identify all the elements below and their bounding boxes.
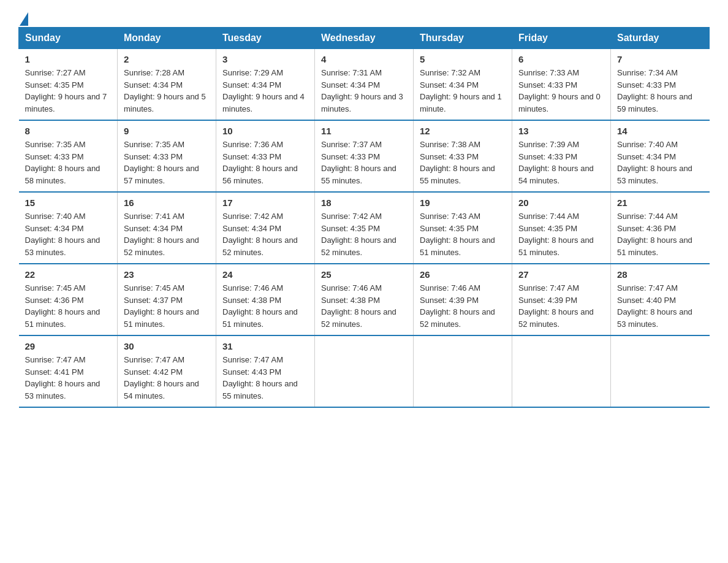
calendar-cell: 28 Sunrise: 7:47 AMSunset: 4:40 PMDaylig… <box>611 264 710 335</box>
day-number: 21 <box>617 197 703 208</box>
calendar-cell: 5 Sunrise: 7:32 AMSunset: 4:34 PMDayligh… <box>414 49 512 121</box>
calendar-cell: 2 Sunrise: 7:28 AMSunset: 4:34 PMDayligh… <box>118 49 216 121</box>
day-number: 23 <box>124 269 210 280</box>
day-info: Sunrise: 7:40 AMSunset: 4:34 PMDaylight:… <box>617 139 703 186</box>
calendar-cell: 21 Sunrise: 7:44 AMSunset: 4:36 PMDaylig… <box>611 192 710 264</box>
day-number: 5 <box>420 54 506 64</box>
day-info: Sunrise: 7:47 AMSunset: 4:41 PMDaylight:… <box>25 354 112 402</box>
calendar-cell: 14 Sunrise: 7:40 AMSunset: 4:34 PMDaylig… <box>611 120 710 192</box>
weekday-header-friday: Friday <box>512 28 611 49</box>
day-info: Sunrise: 7:27 AMSunset: 4:35 PMDaylight:… <box>25 67 112 115</box>
logo-triangle-icon <box>20 12 28 26</box>
calendar-cell: 7 Sunrise: 7:34 AMSunset: 4:33 PMDayligh… <box>611 49 710 121</box>
day-info: Sunrise: 7:46 AMSunset: 4:39 PMDaylight:… <box>420 282 506 330</box>
day-info: Sunrise: 7:45 AMSunset: 4:36 PMDaylight:… <box>25 282 112 330</box>
day-number: 29 <box>25 341 112 351</box>
calendar-cell: 6 Sunrise: 7:33 AMSunset: 4:33 PMDayligh… <box>512 49 611 121</box>
calendar-cell: 25 Sunrise: 7:46 AMSunset: 4:38 PMDaylig… <box>315 264 414 335</box>
weekday-header-saturday: Saturday <box>611 28 710 49</box>
day-number: 19 <box>420 197 506 208</box>
logo <box>18 12 29 21</box>
day-info: Sunrise: 7:35 AMSunset: 4:33 PMDaylight:… <box>124 139 210 186</box>
day-number: 30 <box>124 341 210 351</box>
day-number: 27 <box>518 269 604 280</box>
day-number: 18 <box>321 197 407 208</box>
calendar-week-row: 15 Sunrise: 7:40 AMSunset: 4:34 PMDaylig… <box>19 192 710 264</box>
day-info: Sunrise: 7:31 AMSunset: 4:34 PMDaylight:… <box>321 67 407 115</box>
day-number: 25 <box>321 269 407 280</box>
day-info: Sunrise: 7:35 AMSunset: 4:33 PMDaylight:… <box>25 139 112 186</box>
calendar-cell: 18 Sunrise: 7:42 AMSunset: 4:35 PMDaylig… <box>315 192 414 264</box>
day-number: 15 <box>25 197 112 208</box>
day-number: 12 <box>420 126 506 136</box>
day-info: Sunrise: 7:37 AMSunset: 4:33 PMDaylight:… <box>321 139 407 186</box>
day-number: 3 <box>222 54 308 64</box>
calendar-cell: 19 Sunrise: 7:43 AMSunset: 4:35 PMDaylig… <box>414 192 512 264</box>
day-number: 26 <box>420 269 506 280</box>
day-info: Sunrise: 7:32 AMSunset: 4:34 PMDaylight:… <box>420 67 506 115</box>
calendar-cell: 23 Sunrise: 7:45 AMSunset: 4:37 PMDaylig… <box>118 264 216 335</box>
calendar-cell: 8 Sunrise: 7:35 AMSunset: 4:33 PMDayligh… <box>19 120 118 192</box>
weekday-header-wednesday: Wednesday <box>315 28 414 49</box>
calendar-cell <box>414 335 512 407</box>
calendar-cell: 22 Sunrise: 7:45 AMSunset: 4:36 PMDaylig… <box>19 264 118 335</box>
day-number: 17 <box>222 197 308 208</box>
day-info: Sunrise: 7:44 AMSunset: 4:36 PMDaylight:… <box>617 210 703 258</box>
day-number: 6 <box>518 54 604 64</box>
calendar-cell <box>512 335 611 407</box>
day-number: 14 <box>617 126 703 136</box>
day-number: 9 <box>124 126 210 136</box>
calendar-cell: 3 Sunrise: 7:29 AMSunset: 4:34 PMDayligh… <box>216 49 315 121</box>
calendar-week-row: 22 Sunrise: 7:45 AMSunset: 4:36 PMDaylig… <box>19 264 710 335</box>
day-info: Sunrise: 7:46 AMSunset: 4:38 PMDaylight:… <box>222 282 308 330</box>
day-info: Sunrise: 7:47 AMSunset: 4:42 PMDaylight:… <box>124 354 210 402</box>
calendar-cell: 26 Sunrise: 7:46 AMSunset: 4:39 PMDaylig… <box>414 264 512 335</box>
day-info: Sunrise: 7:42 AMSunset: 4:34 PMDaylight:… <box>222 210 308 258</box>
calendar-cell: 1 Sunrise: 7:27 AMSunset: 4:35 PMDayligh… <box>19 49 118 121</box>
day-info: Sunrise: 7:34 AMSunset: 4:33 PMDaylight:… <box>617 67 703 115</box>
day-info: Sunrise: 7:41 AMSunset: 4:34 PMDaylight:… <box>124 210 210 258</box>
day-number: 13 <box>518 126 604 136</box>
day-number: 11 <box>321 126 407 136</box>
day-number: 4 <box>321 54 407 64</box>
day-info: Sunrise: 7:47 AMSunset: 4:39 PMDaylight:… <box>518 282 604 330</box>
day-number: 22 <box>25 269 112 280</box>
day-info: Sunrise: 7:33 AMSunset: 4:33 PMDaylight:… <box>518 67 604 115</box>
day-number: 28 <box>617 269 703 280</box>
calendar-header-row: SundayMondayTuesdayWednesdayThursdayFrid… <box>19 28 710 49</box>
calendar-cell <box>315 335 414 407</box>
calendar-cell: 12 Sunrise: 7:38 AMSunset: 4:33 PMDaylig… <box>414 120 512 192</box>
day-number: 24 <box>222 269 308 280</box>
calendar-cell <box>611 335 710 407</box>
calendar-cell: 9 Sunrise: 7:35 AMSunset: 4:33 PMDayligh… <box>118 120 216 192</box>
day-number: 8 <box>25 126 112 136</box>
calendar-cell: 4 Sunrise: 7:31 AMSunset: 4:34 PMDayligh… <box>315 49 414 121</box>
calendar-cell: 20 Sunrise: 7:44 AMSunset: 4:35 PMDaylig… <box>512 192 611 264</box>
day-info: Sunrise: 7:47 AMSunset: 4:40 PMDaylight:… <box>617 282 703 330</box>
day-info: Sunrise: 7:38 AMSunset: 4:33 PMDaylight:… <box>420 139 506 186</box>
weekday-header-sunday: Sunday <box>19 28 118 49</box>
day-info: Sunrise: 7:42 AMSunset: 4:35 PMDaylight:… <box>321 210 407 258</box>
day-number: 16 <box>124 197 210 208</box>
calendar-cell: 11 Sunrise: 7:37 AMSunset: 4:33 PMDaylig… <box>315 120 414 192</box>
day-info: Sunrise: 7:39 AMSunset: 4:33 PMDaylight:… <box>518 139 604 186</box>
day-info: Sunrise: 7:47 AMSunset: 4:43 PMDaylight:… <box>222 354 308 402</box>
logo-text <box>18 12 29 26</box>
calendar-week-row: 1 Sunrise: 7:27 AMSunset: 4:35 PMDayligh… <box>19 49 710 121</box>
day-info: Sunrise: 7:45 AMSunset: 4:37 PMDaylight:… <box>124 282 210 330</box>
calendar-cell: 29 Sunrise: 7:47 AMSunset: 4:41 PMDaylig… <box>19 335 118 407</box>
day-number: 2 <box>124 54 210 64</box>
weekday-header-thursday: Thursday <box>414 28 512 49</box>
weekday-header-tuesday: Tuesday <box>216 28 315 49</box>
day-info: Sunrise: 7:44 AMSunset: 4:35 PMDaylight:… <box>518 210 604 258</box>
calendar-cell: 10 Sunrise: 7:36 AMSunset: 4:33 PMDaylig… <box>216 120 315 192</box>
day-info: Sunrise: 7:46 AMSunset: 4:38 PMDaylight:… <box>321 282 407 330</box>
day-number: 7 <box>617 54 703 64</box>
page-header <box>18 12 710 21</box>
calendar-cell: 27 Sunrise: 7:47 AMSunset: 4:39 PMDaylig… <box>512 264 611 335</box>
day-number: 20 <box>518 197 604 208</box>
day-number: 10 <box>222 126 308 136</box>
calendar-table: SundayMondayTuesdayWednesdayThursdayFrid… <box>18 27 710 408</box>
calendar-cell: 30 Sunrise: 7:47 AMSunset: 4:42 PMDaylig… <box>118 335 216 407</box>
calendar-week-row: 8 Sunrise: 7:35 AMSunset: 4:33 PMDayligh… <box>19 120 710 192</box>
